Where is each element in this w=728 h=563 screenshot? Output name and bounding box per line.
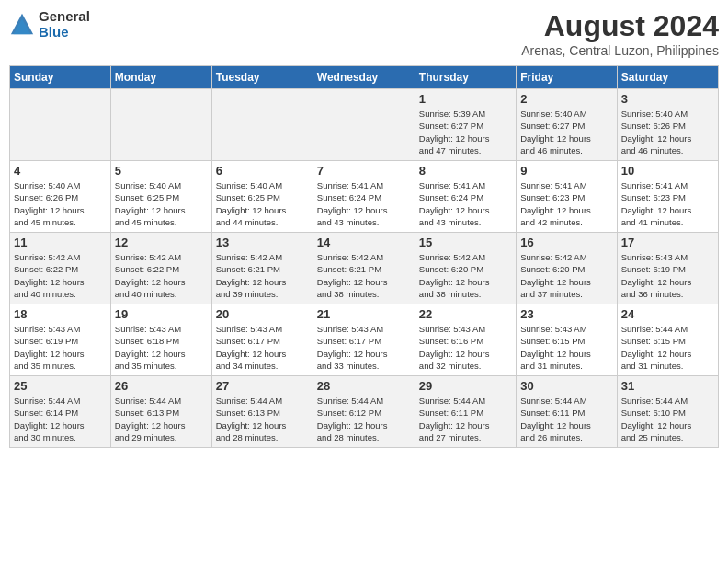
day-info: Sunrise: 5:40 AM Sunset: 6:26 PM Dayligh… [621,108,714,156]
day-info: Sunrise: 5:44 AM Sunset: 6:11 PM Dayligh… [419,395,512,443]
day-number: 19 [115,307,208,321]
logo-general-text: General [39,9,90,25]
table-cell: 29Sunrise: 5:44 AM Sunset: 6:11 PM Dayli… [415,376,516,448]
day-info: Sunrise: 5:41 AM Sunset: 6:24 PM Dayligh… [317,179,411,228]
calendar-header: SundayMondayTuesdayWednesdayThursdayFrid… [10,66,719,89]
table-cell: 6Sunrise: 5:40 AM Sunset: 6:25 PM Daylig… [211,161,313,233]
table-cell: 7Sunrise: 5:41 AM Sunset: 6:24 PM Daylig… [313,161,415,233]
day-number: 21 [317,307,411,321]
header-monday: Monday [110,66,211,89]
table-cell: 2Sunrise: 5:40 AM Sunset: 6:27 PM Daylig… [517,89,617,161]
table-cell: 25Sunrise: 5:44 AM Sunset: 6:14 PM Dayli… [10,376,111,448]
main-title: August 2024 [521,9,719,43]
logo-icon [9,12,35,38]
day-number: 1 [419,92,512,106]
day-number: 5 [115,164,208,178]
table-cell: 4Sunrise: 5:40 AM Sunset: 6:26 PM Daylig… [10,161,111,233]
table-cell: 20Sunrise: 5:43 AM Sunset: 6:17 PM Dayli… [211,304,313,376]
table-cell: 28Sunrise: 5:44 AM Sunset: 6:12 PM Dayli… [313,376,415,448]
table-cell: 1Sunrise: 5:39 AM Sunset: 6:27 PM Daylig… [415,89,516,161]
day-number: 30 [520,379,612,393]
day-number: 23 [520,307,612,321]
day-info: Sunrise: 5:42 AM Sunset: 6:21 PM Dayligh… [317,251,411,300]
day-number: 20 [216,307,309,321]
day-number: 14 [317,236,411,249]
table-cell: 12Sunrise: 5:42 AM Sunset: 6:22 PM Dayli… [110,233,211,304]
table-cell: 31Sunrise: 5:44 AM Sunset: 6:10 PM Dayli… [617,376,718,448]
day-number: 9 [520,164,612,178]
day-number: 10 [621,164,714,178]
day-number: 8 [419,164,512,178]
day-info: Sunrise: 5:43 AM Sunset: 6:18 PM Dayligh… [115,323,208,372]
day-number: 27 [216,379,309,393]
header-saturday: Saturday [617,66,718,89]
day-number: 31 [621,379,714,393]
day-number: 11 [14,236,107,249]
table-cell: 3Sunrise: 5:40 AM Sunset: 6:26 PM Daylig… [617,89,718,161]
header-tuesday: Tuesday [211,66,313,89]
table-cell [10,89,111,161]
calendar-body: 1Sunrise: 5:39 AM Sunset: 6:27 PM Daylig… [10,89,719,448]
day-number: 26 [115,379,208,393]
day-number: 3 [621,92,714,106]
day-info: Sunrise: 5:43 AM Sunset: 6:19 PM Dayligh… [621,251,714,300]
day-info: Sunrise: 5:43 AM Sunset: 6:15 PM Dayligh… [520,323,612,372]
day-info: Sunrise: 5:43 AM Sunset: 6:17 PM Dayligh… [317,323,411,372]
table-cell: 15Sunrise: 5:42 AM Sunset: 6:20 PM Dayli… [415,233,516,304]
table-cell: 18Sunrise: 5:43 AM Sunset: 6:19 PM Dayli… [10,304,111,376]
table-cell: 5Sunrise: 5:40 AM Sunset: 6:25 PM Daylig… [110,161,211,233]
logo-text: General Blue [39,9,90,40]
header-row: SundayMondayTuesdayWednesdayThursdayFrid… [10,66,719,89]
day-info: Sunrise: 5:44 AM Sunset: 6:12 PM Dayligh… [317,395,411,443]
table-cell: 16Sunrise: 5:42 AM Sunset: 6:20 PM Dayli… [517,233,617,304]
table-cell: 17Sunrise: 5:43 AM Sunset: 6:19 PM Dayli… [617,233,718,304]
day-number: 29 [419,379,512,393]
day-info: Sunrise: 5:39 AM Sunset: 6:27 PM Dayligh… [419,108,512,156]
table-cell: 30Sunrise: 5:44 AM Sunset: 6:11 PM Dayli… [517,376,617,448]
day-info: Sunrise: 5:41 AM Sunset: 6:24 PM Dayligh… [419,179,512,228]
day-info: Sunrise: 5:41 AM Sunset: 6:23 PM Dayligh… [621,179,714,228]
logo-blue-text: Blue [39,25,90,40]
day-info: Sunrise: 5:44 AM Sunset: 6:14 PM Dayligh… [14,395,107,443]
day-info: Sunrise: 5:42 AM Sunset: 6:21 PM Dayligh… [216,251,309,300]
table-cell: 14Sunrise: 5:42 AM Sunset: 6:21 PM Dayli… [313,233,415,304]
table-cell: 11Sunrise: 5:42 AM Sunset: 6:22 PM Dayli… [10,233,111,304]
day-info: Sunrise: 5:44 AM Sunset: 6:11 PM Dayligh… [520,395,612,443]
table-cell: 13Sunrise: 5:42 AM Sunset: 6:21 PM Dayli… [211,233,313,304]
header-thursday: Thursday [415,66,516,89]
day-info: Sunrise: 5:40 AM Sunset: 6:27 PM Dayligh… [520,108,612,156]
day-info: Sunrise: 5:44 AM Sunset: 6:13 PM Dayligh… [216,395,309,443]
day-number: 17 [621,236,714,249]
day-info: Sunrise: 5:43 AM Sunset: 6:16 PM Dayligh… [419,323,512,372]
day-number: 4 [14,164,107,178]
week-row-3: 11Sunrise: 5:42 AM Sunset: 6:22 PM Dayli… [10,233,719,304]
day-info: Sunrise: 5:42 AM Sunset: 6:22 PM Dayligh… [115,251,208,300]
table-cell: 23Sunrise: 5:43 AM Sunset: 6:15 PM Dayli… [517,304,617,376]
table-cell: 19Sunrise: 5:43 AM Sunset: 6:18 PM Dayli… [110,304,211,376]
title-block: August 2024 Arenas, Central Luzon, Phili… [521,9,719,58]
day-info: Sunrise: 5:42 AM Sunset: 6:20 PM Dayligh… [419,251,512,300]
table-cell: 24Sunrise: 5:44 AM Sunset: 6:15 PM Dayli… [617,304,718,376]
day-info: Sunrise: 5:43 AM Sunset: 6:19 PM Dayligh… [14,323,107,372]
day-number: 18 [14,307,107,321]
header-sunday: Sunday [10,66,111,89]
calendar-table: SundayMondayTuesdayWednesdayThursdayFrid… [9,65,719,448]
day-info: Sunrise: 5:40 AM Sunset: 6:25 PM Dayligh… [216,179,309,228]
day-info: Sunrise: 5:43 AM Sunset: 6:17 PM Dayligh… [216,323,309,372]
day-number: 24 [621,307,714,321]
day-info: Sunrise: 5:44 AM Sunset: 6:10 PM Dayligh… [621,395,714,443]
table-cell: 9Sunrise: 5:41 AM Sunset: 6:23 PM Daylig… [517,161,617,233]
day-number: 7 [317,164,411,178]
day-number: 15 [419,236,512,249]
table-cell: 22Sunrise: 5:43 AM Sunset: 6:16 PM Dayli… [415,304,516,376]
day-info: Sunrise: 5:42 AM Sunset: 6:20 PM Dayligh… [520,251,612,300]
day-number: 16 [520,236,612,249]
table-cell: 27Sunrise: 5:44 AM Sunset: 6:13 PM Dayli… [211,376,313,448]
week-row-1: 1Sunrise: 5:39 AM Sunset: 6:27 PM Daylig… [10,89,719,161]
subtitle: Arenas, Central Luzon, Philippines [521,43,719,58]
header-friday: Friday [517,66,617,89]
logo: General Blue [9,9,90,40]
day-number: 13 [216,236,309,249]
day-info: Sunrise: 5:42 AM Sunset: 6:22 PM Dayligh… [14,251,107,300]
day-number: 6 [216,164,309,178]
